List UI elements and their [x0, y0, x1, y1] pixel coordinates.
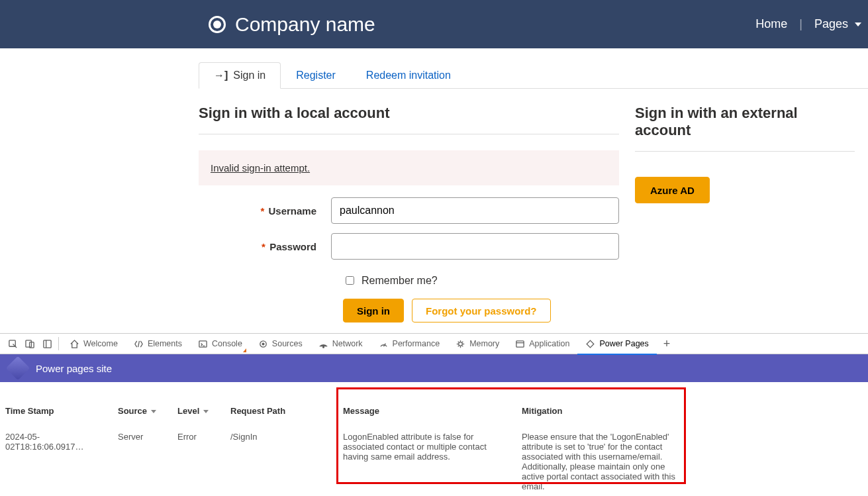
devtab-console-label: Console — [212, 339, 242, 348]
devtab-application-label: Application — [529, 339, 569, 348]
devtab-welcome-label: Welcome — [83, 339, 118, 348]
remember-checkbox[interactable] — [346, 276, 354, 285]
col-timestamp[interactable]: Time Stamp — [5, 401, 118, 428]
tab-redeem[interactable]: Redeem invitation — [351, 62, 466, 89]
svg-rect-11 — [516, 340, 524, 346]
application-icon — [515, 339, 525, 349]
device-toggle-icon[interactable] — [21, 335, 38, 352]
cell-level: Error — [177, 428, 230, 495]
col-mitigation[interactable]: Mitigation — [522, 401, 687, 428]
inspect-icon[interactable] — [4, 335, 21, 352]
performance-icon — [379, 339, 389, 349]
tab-signin[interactable]: →] Sign in — [199, 62, 281, 89]
devtab-memory[interactable]: Memory — [448, 333, 507, 354]
password-label: * Password — [199, 241, 331, 252]
col-level[interactable]: Level — [177, 401, 230, 428]
devtab-memory-label: Memory — [469, 339, 499, 348]
svg-rect-3 — [43, 340, 50, 347]
devtools-separator — [58, 337, 59, 350]
power-pages-panel-header: Power pages site — [0, 354, 868, 382]
svg-point-10 — [459, 342, 463, 346]
forgot-password-button[interactable]: Forgot your password? — [412, 299, 551, 322]
devtab-performance-label: Performance — [393, 339, 440, 348]
devtab-power-pages-label: Power Pages — [599, 339, 648, 348]
username-label: * Username — [199, 205, 331, 217]
devtab-elements-label: Elements — [148, 339, 182, 348]
warning-indicator-icon — [243, 348, 246, 352]
col-message[interactable]: Message — [343, 401, 522, 428]
power-pages-logo-icon — [6, 356, 30, 381]
cell-timestamp: 2024-05-02T18:16:06.0917… — [5, 428, 118, 495]
log-header-row: Time Stamp Source Level Request Path Mes… — [5, 401, 863, 428]
tab-signin-label: Sign in — [233, 70, 265, 81]
devtab-power-pages[interactable]: Power Pages — [577, 333, 656, 354]
power-pages-title: Power pages site — [36, 363, 112, 374]
nav-pages-label: Pages — [814, 17, 848, 31]
external-signin-heading: Sign in with an external account — [635, 105, 855, 152]
username-label-text: Username — [268, 205, 316, 217]
signin-error-alert: Invalid sign-in attempt. — [199, 150, 619, 185]
nav-pages[interactable]: Pages — [814, 17, 861, 31]
chevron-down-icon — [855, 23, 861, 26]
devtab-add-button[interactable]: + — [657, 337, 677, 351]
cell-source: Server — [118, 428, 177, 495]
cell-message: LogonEnabled attribute is false for asso… — [343, 428, 522, 495]
svg-rect-1 — [25, 340, 30, 346]
tab-register[interactable]: Register — [281, 62, 351, 89]
svg-point-8 — [322, 346, 324, 348]
cell-request-path: /SignIn — [230, 428, 343, 495]
network-icon — [318, 339, 328, 349]
elements-icon — [134, 339, 144, 349]
log-row[interactable]: 2024-05-02T18:16:06.0917… Server Error /… — [5, 428, 863, 495]
top-nav: Company name Home | Pages — [0, 0, 868, 48]
username-input[interactable] — [331, 197, 619, 224]
panel-toggle-icon[interactable] — [38, 335, 56, 352]
azure-ad-button[interactable]: Azure AD — [635, 177, 710, 203]
col-request-path[interactable]: Request Path — [230, 401, 343, 428]
devtab-performance[interactable]: Performance — [371, 333, 448, 354]
svg-rect-13 — [587, 340, 595, 348]
console-icon — [198, 339, 208, 349]
brand: Company name — [209, 13, 375, 36]
svg-point-7 — [262, 343, 264, 345]
password-label-text: Password — [269, 241, 316, 252]
log-table: Time Stamp Source Level Request Path Mes… — [5, 401, 863, 495]
devtab-sources[interactable]: Sources — [250, 333, 311, 354]
devtab-network-label: Network — [332, 339, 363, 348]
nav-home[interactable]: Home — [755, 17, 787, 31]
sources-icon — [258, 339, 268, 349]
devtab-sources-label: Sources — [272, 339, 303, 348]
signin-button[interactable]: Sign in — [343, 299, 404, 322]
remember-label: Remember me? — [362, 275, 438, 287]
power-pages-icon — [585, 339, 595, 349]
col-source[interactable]: Source — [118, 401, 177, 428]
cell-mitigation: Please ensure that the 'LogonEnabled' at… — [522, 428, 687, 495]
devtab-elements[interactable]: Elements — [126, 333, 190, 354]
home-icon — [70, 339, 79, 349]
devtab-network[interactable]: Network — [311, 333, 371, 354]
brand-logo-icon — [209, 16, 226, 33]
nav-separator: | — [799, 17, 802, 31]
memory-icon — [456, 339, 465, 349]
devtools-tabstrip: Welcome Elements Console Sources Network… — [0, 333, 868, 354]
auth-tabs: →] Sign in Register Redeem invitation — [199, 62, 868, 89]
password-input[interactable] — [331, 233, 619, 260]
local-signin-heading: Sign in with a local account — [199, 105, 619, 134]
devtab-welcome[interactable]: Welcome — [62, 333, 126, 354]
signin-icon: →] — [214, 70, 228, 81]
devtab-console[interactable]: Console — [190, 333, 250, 354]
brand-name: Company name — [235, 13, 375, 36]
devtab-application[interactable]: Application — [507, 333, 577, 354]
